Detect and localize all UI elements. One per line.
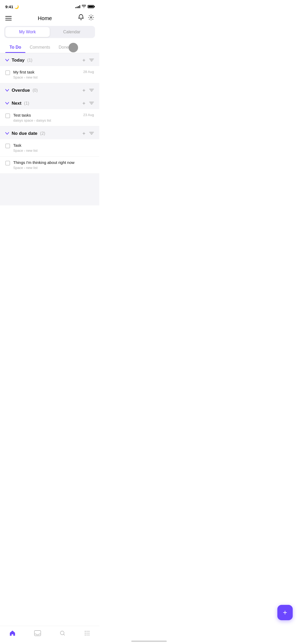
- task-name: Test tasks: [13, 113, 80, 117]
- task-content: My first task Space › new list: [13, 70, 80, 79]
- task-content: Things I'm thinking about right now Spac…: [13, 160, 94, 170]
- battery-icon: [88, 5, 94, 8]
- section-next: Next (1) +: [0, 96, 99, 109]
- status-time: 9:41 🌙: [5, 4, 19, 9]
- task-item[interactable]: Things I'm thinking about right now Spac…: [0, 157, 99, 174]
- chevron-overdue[interactable]: [5, 88, 9, 93]
- tab-comments[interactable]: Comments: [25, 42, 54, 53]
- task-name: Things I'm thinking about right now: [13, 160, 94, 165]
- add-today-button[interactable]: +: [82, 58, 85, 63]
- notifications-button[interactable]: [78, 14, 84, 22]
- task-content: Task Space › new list: [13, 143, 94, 153]
- task-item[interactable]: My first task Space › new list 28 Aug: [0, 66, 99, 83]
- section-today-actions: +: [82, 58, 94, 63]
- sort-nodue-button[interactable]: [89, 131, 94, 136]
- task-path: Space › new list: [13, 149, 94, 153]
- settings-button[interactable]: [88, 15, 94, 22]
- section-nodue-actions: +: [82, 131, 94, 136]
- task-item[interactable]: Task Space › new list: [0, 139, 99, 157]
- header-actions: [78, 14, 94, 22]
- add-nodue-button[interactable]: +: [82, 131, 85, 136]
- task-date: 23 Aug: [83, 113, 94, 117]
- sub-tab-bar: To Do Comments Done: [0, 42, 99, 53]
- drag-handle: [69, 43, 78, 52]
- menu-button[interactable]: [5, 16, 12, 20]
- task-date: 28 Aug: [83, 70, 94, 74]
- bottom-spacer: [0, 174, 99, 205]
- section-overdue-title: Overdue: [12, 88, 30, 93]
- section-nodue-count: (2): [40, 131, 45, 136]
- section-nodue-title: No due date: [12, 131, 37, 136]
- add-overdue-button[interactable]: +: [82, 88, 85, 93]
- task-checkbox[interactable]: [5, 113, 10, 118]
- section-nodue-left: No due date (2): [5, 131, 45, 136]
- section-today-count: (1): [27, 58, 33, 63]
- task-name: My first task: [13, 70, 80, 74]
- chevron-next[interactable]: [5, 100, 9, 106]
- section-next-title: Next: [12, 101, 21, 106]
- section-overdue-left: Overdue (0): [5, 88, 38, 93]
- path-chevron-icon: ›: [24, 166, 25, 169]
- path-chevron-icon: ›: [24, 149, 25, 152]
- task-path: Space › new list: [13, 166, 94, 170]
- moon-icon: 🌙: [14, 5, 19, 9]
- task-checkbox[interactable]: [5, 161, 10, 165]
- status-icons: [75, 5, 94, 9]
- content-area: Today (1) + My first task Space › new li…: [0, 53, 99, 205]
- svg-point-0: [90, 17, 92, 18]
- path-chevron-icon: ›: [34, 119, 35, 122]
- page-title: Home: [38, 15, 52, 21]
- section-overdue-actions: +: [82, 88, 94, 93]
- tab-todo[interactable]: To Do: [5, 42, 25, 53]
- task-checkbox[interactable]: [5, 70, 10, 75]
- path-chevron-icon: ›: [24, 76, 25, 79]
- task-content: Test tasks daisys space › daisys list: [13, 113, 80, 122]
- task-item[interactable]: Test tasks daisys space › daisys list 23…: [0, 109, 99, 126]
- chevron-today[interactable]: [5, 57, 9, 63]
- wifi-icon: [82, 5, 86, 9]
- sort-next-button[interactable]: [89, 101, 94, 106]
- sort-overdue-button[interactable]: [89, 88, 94, 93]
- section-no-due-date: No due date (2) +: [0, 126, 99, 139]
- status-bar: 9:41 🌙: [0, 0, 99, 12]
- section-today: Today (1) +: [0, 53, 99, 66]
- section-next-count: (1): [24, 101, 29, 106]
- tab-my-work[interactable]: My Work: [5, 27, 50, 37]
- add-next-button[interactable]: +: [82, 101, 85, 106]
- chevron-nodue[interactable]: [5, 131, 9, 136]
- main-tab-switcher: My Work Calendar: [4, 26, 95, 38]
- tab-calendar[interactable]: Calendar: [50, 27, 94, 37]
- section-today-title: Today: [12, 58, 25, 63]
- section-overdue: Overdue (0) +: [0, 83, 99, 96]
- section-next-left: Next (1): [5, 100, 29, 106]
- header: Home: [0, 12, 99, 26]
- section-overdue-count: (0): [33, 88, 38, 93]
- task-path: daisys space › daisys list: [13, 118, 80, 122]
- signal-icon: [75, 5, 80, 8]
- sort-today-button[interactable]: [89, 58, 94, 63]
- section-next-actions: +: [82, 101, 94, 106]
- task-name: Task: [13, 143, 94, 148]
- section-today-left: Today (1): [5, 57, 32, 63]
- task-path: Space › new list: [13, 75, 80, 79]
- task-checkbox[interactable]: [5, 144, 10, 148]
